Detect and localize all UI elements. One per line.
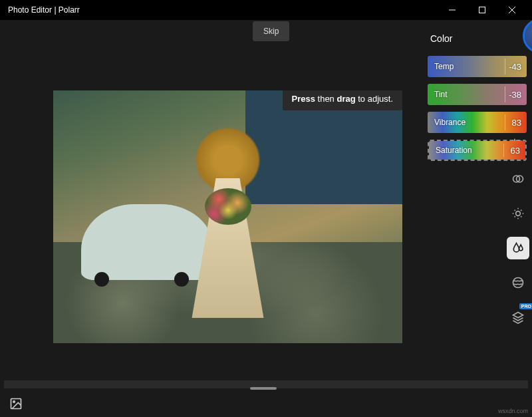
window-title: Photo Editor | Polarr bbox=[8, 5, 437, 15]
slider-value: 63 bbox=[505, 146, 525, 156]
thumbnail-strip[interactable] bbox=[4, 380, 528, 388]
maximize-button[interactable] bbox=[467, 0, 497, 20]
watermark: wsxdn.com bbox=[498, 408, 528, 414]
layers-button[interactable]: PRO bbox=[507, 306, 529, 329]
svg-point-6 bbox=[516, 211, 521, 216]
skip-button[interactable]: Skip bbox=[253, 21, 289, 41]
minimize-button[interactable] bbox=[437, 0, 467, 20]
slider-label: Tint bbox=[428, 90, 507, 99]
sun-icon[interactable] bbox=[507, 202, 529, 225]
svg-point-7 bbox=[513, 278, 523, 288]
svg-point-9 bbox=[13, 400, 15, 402]
photo-canvas[interactable]: Press then drag to adjust. bbox=[53, 90, 402, 343]
window-controls bbox=[437, 0, 527, 20]
slider-value: -43 bbox=[507, 62, 527, 72]
slider-value: 83 bbox=[507, 118, 527, 128]
vibrance-slider[interactable]: Vibrance 83 bbox=[428, 112, 527, 133]
waves-icon[interactable] bbox=[507, 271, 529, 294]
pro-badge: PRO bbox=[519, 303, 532, 309]
temp-slider[interactable]: Temp -43 bbox=[428, 56, 527, 77]
color-wheel-icon[interactable] bbox=[523, 19, 532, 53]
droplet-tool-button[interactable] bbox=[507, 237, 529, 259]
panel-title: Color bbox=[428, 33, 452, 44]
bottom-bar bbox=[0, 380, 532, 417]
image-icon[interactable] bbox=[9, 397, 23, 413]
tutorial-tooltip: Press then drag to adjust. bbox=[283, 90, 403, 110]
overlap-circles-icon[interactable] bbox=[507, 168, 529, 190]
close-button[interactable] bbox=[497, 0, 527, 20]
slider-label: Temp bbox=[428, 62, 507, 71]
slider-value: -38 bbox=[507, 90, 527, 100]
canvas-area: Press then drag to adjust. bbox=[0, 20, 422, 380]
right-toolbar: PRO bbox=[504, 133, 532, 329]
slider-label: Saturation bbox=[429, 146, 505, 155]
tint-slider[interactable]: Tint -38 bbox=[428, 84, 527, 105]
svg-rect-1 bbox=[479, 7, 485, 13]
saturation-slider[interactable]: Saturation 63 bbox=[428, 140, 527, 161]
slider-label: Vibrance bbox=[428, 118, 507, 127]
titlebar: Photo Editor | Polarr bbox=[0, 0, 532, 20]
scroll-handle[interactable] bbox=[250, 387, 277, 390]
content-area: Press then drag to adjust. Color Temp -4… bbox=[0, 20, 532, 380]
